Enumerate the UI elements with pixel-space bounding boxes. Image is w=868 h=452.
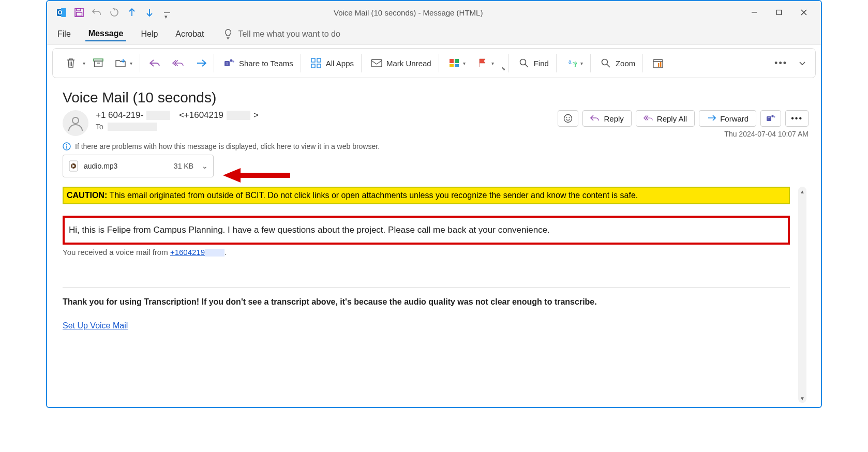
tab-acrobat[interactable]: Acrobat	[172, 27, 207, 41]
translate-icon: a字	[566, 57, 577, 69]
message-actions: Reply Reply All Forward T •••	[558, 110, 809, 127]
more-actions-button[interactable]: •••	[785, 110, 809, 127]
to-line: To	[96, 123, 550, 131]
zoom-button[interactable]: Zoom	[596, 55, 639, 71]
svg-text:T: T	[226, 62, 229, 66]
find-button[interactable]: Find	[514, 55, 553, 71]
outlook-icon	[54, 5, 69, 20]
svg-rect-19	[371, 59, 382, 67]
info-icon	[63, 142, 71, 150]
maximize-button[interactable]	[767, 5, 791, 20]
tell-me-search[interactable]: Tell me what you want to do	[223, 28, 340, 40]
undo-icon[interactable]	[89, 5, 104, 20]
reply-button-ribbon[interactable]	[145, 55, 165, 71]
zoom-icon	[600, 57, 611, 69]
message-body-scroll: CAUTION: This email originated from outs…	[63, 187, 809, 403]
trash-icon	[65, 57, 77, 69]
reply-label: Reply	[604, 114, 623, 123]
svg-rect-5	[77, 12, 82, 16]
scroll-up-icon[interactable]: ▲	[798, 187, 806, 196]
svg-point-28	[602, 59, 607, 65]
svg-point-34	[72, 117, 79, 124]
attachment-name: audio.mp3	[84, 162, 169, 170]
svg-point-35	[564, 115, 572, 123]
archive-icon	[93, 57, 104, 69]
to-label: To	[96, 123, 103, 131]
redacted-segment	[146, 111, 170, 120]
caution-label: CAUTION:	[67, 191, 107, 200]
reply-arrow-icon	[149, 57, 161, 69]
reply-all-arrow-icon	[643, 114, 653, 123]
info-bar-text: If there are problems with how this mess…	[75, 142, 380, 150]
svg-rect-33	[660, 62, 662, 67]
view-in-browser-link[interactable]: If there are problems with how this mess…	[63, 142, 809, 150]
forward-button[interactable]: Forward	[699, 110, 756, 127]
svg-text:a: a	[568, 59, 572, 65]
move-button[interactable]: ▾	[111, 55, 137, 71]
sender-avatar[interactable]	[63, 110, 88, 136]
translate-button[interactable]: a字▾	[562, 55, 587, 71]
setup-voicemail-link[interactable]: Set Up Voice Mail	[63, 321, 128, 330]
svg-rect-44	[66, 146, 67, 149]
tab-message[interactable]: Message	[85, 27, 127, 41]
follow-up-button[interactable]: ▾	[473, 55, 498, 71]
attachment-card[interactable]: audio.mp3 31 KB ⌄	[63, 155, 214, 177]
minimize-button[interactable]	[742, 5, 766, 20]
svg-rect-32	[658, 63, 660, 67]
svg-line-29	[607, 64, 610, 67]
delete-dropdown[interactable]: ▾	[83, 61, 85, 66]
tab-file[interactable]: File	[54, 27, 74, 41]
share-to-teams-button[interactable]: T Share to Teams	[219, 55, 297, 71]
react-button[interactable]	[558, 110, 578, 127]
svg-rect-23	[455, 64, 459, 67]
more-commands-button[interactable]: •••	[770, 56, 791, 71]
mark-unread-button[interactable]: Mark Unread	[367, 55, 436, 71]
received-from-line: You received a voice mail from +1604219.	[63, 248, 790, 257]
ribbon-toolbar: ▾ ▾ T Share to Teams All Apps Mark Unrea…	[52, 48, 816, 78]
save-icon[interactable]	[72, 5, 86, 20]
svg-rect-20	[450, 59, 454, 63]
apps-grid-icon	[310, 57, 322, 69]
caution-banner: CAUTION: This email originated from outs…	[63, 187, 790, 204]
archive-button[interactable]	[88, 55, 108, 71]
title-bar: ▾ Voice Mail (10 seconds) - Message (HTM…	[47, 1, 821, 24]
close-button[interactable]	[792, 5, 816, 20]
next-item-icon[interactable]	[142, 5, 157, 20]
callback-number-link[interactable]: +1604219	[170, 248, 225, 257]
svg-marker-49	[223, 168, 241, 183]
tell-me-placeholder: Tell me what you want to do	[238, 29, 340, 39]
svg-rect-17	[311, 64, 315, 68]
thanks-text: Thank you for using Transcription! If yo…	[63, 297, 790, 307]
forward-button-ribbon[interactable]	[191, 55, 211, 71]
reply-all-button-ribbon[interactable]	[168, 55, 188, 71]
reply-arrow-icon	[590, 114, 600, 123]
reply-button[interactable]: Reply	[582, 110, 631, 127]
scroll-down-icon[interactable]: ▼	[798, 394, 806, 403]
ribbon-collapse-button[interactable]	[795, 57, 810, 69]
categorize-button[interactable]: ▾	[444, 55, 470, 71]
qat-customize-icon[interactable]: ▾	[160, 5, 174, 20]
chevron-down-icon[interactable]: ⌄	[202, 162, 208, 170]
svg-point-37	[569, 117, 570, 118]
tags-launcher-icon[interactable]: ⬊	[501, 66, 505, 72]
calendar-chart-icon	[652, 57, 664, 69]
transcript-text: Hi, this is Felipe from Campus Planning.…	[69, 225, 550, 235]
delete-button[interactable]	[61, 55, 81, 71]
svg-text:T: T	[768, 117, 771, 120]
tab-help[interactable]: Help	[138, 27, 161, 41]
reply-all-button[interactable]: Reply All	[636, 110, 695, 127]
insights-button[interactable]	[648, 55, 668, 71]
redacted-segment	[227, 111, 250, 120]
find-label: Find	[534, 59, 549, 68]
search-icon	[518, 57, 530, 69]
teams-chat-button[interactable]: T	[760, 110, 781, 127]
all-apps-button[interactable]: All Apps	[306, 55, 358, 71]
previous-item-icon[interactable]	[125, 5, 139, 20]
repeat-icon[interactable]	[107, 5, 122, 20]
reply-all-label: Reply All	[657, 114, 687, 123]
redacted-segment	[108, 123, 157, 131]
svg-rect-15	[311, 58, 315, 62]
svg-point-14	[232, 61, 234, 63]
window-controls	[742, 5, 816, 20]
vertical-scrollbar[interactable]: ▲ ▼	[798, 187, 806, 403]
